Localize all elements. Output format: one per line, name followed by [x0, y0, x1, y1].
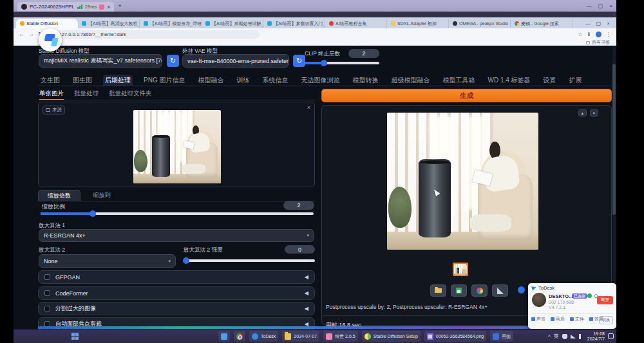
browser-maximize-button[interactable]: ▢ [596, 21, 601, 26]
tab-model-converter[interactable]: 模型转换 [350, 75, 380, 86]
accordion-split-oversize[interactable]: 分割过大的图像◀ [38, 302, 315, 315]
clip-skip-slider[interactable] [305, 62, 379, 64]
tab-extensions[interactable]: 扩展 [567, 75, 584, 86]
browser-tab[interactable]: 【AI绘画】高清放大教程_哔哩哔哩_bilibili [78, 19, 140, 28]
floating-toggle-button[interactable] [518, 286, 525, 293]
browser-minimize-button[interactable]: — [585, 21, 591, 26]
accordion-codeformer[interactable]: CodeFormer◀ [38, 286, 315, 300]
browser-tab[interactable]: 麦橘 - Google 搜索 [511, 19, 573, 28]
open-folder-button[interactable] [430, 284, 446, 297]
send-to-img2img-button[interactable] [471, 284, 488, 297]
tray-expand-button[interactable]: ^ [548, 333, 551, 339]
tab-img2img[interactable]: 图生图 [71, 75, 94, 86]
scrollbar-thumb[interactable] [612, 64, 616, 215]
browser-tab[interactable]: SDXL-Adapter 初探 [387, 19, 449, 28]
launcher-floating-logo[interactable] [39, 28, 62, 51]
browser-tab[interactable]: 【AI绘画】后期处理详解_哔哩哔哩_bilibili [202, 19, 263, 28]
gallery-thumbnail[interactable] [453, 263, 468, 276]
generate-button[interactable]: 生成 [321, 89, 612, 102]
subtab-batch-process[interactable]: 批量处理 [74, 89, 99, 100]
taskbar-png-file[interactable]: 00062-3663584564.png [424, 331, 486, 342]
checkbox[interactable] [44, 274, 50, 280]
browser-tab[interactable]: 【AI绘画】参数设置入门_哔哩哔哩_bilibili [263, 19, 325, 28]
browser-tab-stable-diffusion[interactable]: Stable Diffusion [16, 19, 78, 28]
task-view-button[interactable] [218, 331, 230, 342]
vae-dropdown[interactable]: vae-ft-mse-840000-ema-pruned.safetensors… [182, 54, 289, 68]
tab-model-toolkit[interactable]: 模型工具箱 [440, 75, 477, 86]
todesk-action-files[interactable]: 文件 [570, 316, 584, 322]
upscaler2-strength-slider[interactable] [184, 259, 315, 262]
upscaler1-dropdown[interactable]: R-ESRGAN 4x+▾ [39, 229, 314, 242]
notification-center-icon[interactable] [608, 333, 614, 339]
sd-model-dropdown[interactable]: majicMIX realistic 麦橘写实_v7.safetensors [… [39, 54, 162, 68]
todesk-action-sound[interactable]: 声音 [531, 316, 545, 322]
clip-skip-value[interactable]: 2 [348, 49, 379, 58]
taskbar-todesk[interactable]: ToDesk [249, 331, 278, 342]
forward-button[interactable]: → [28, 31, 34, 37]
refresh-sd-model-button[interactable]: ↻ [167, 55, 179, 67]
slider-thumb[interactable] [321, 60, 327, 66]
refresh-vae-button[interactable]: ↻ [293, 55, 305, 67]
url-field[interactable]: 127.0.0.1:7860/?__theme=dark [47, 30, 260, 39]
start-button[interactable] [71, 333, 79, 340]
remote-minimize-button[interactable]: — [587, 3, 592, 9]
clear-source-button[interactable]: × [307, 104, 310, 111]
accordion-gfpgan[interactable]: GFPGAN◀ [38, 270, 315, 284]
slider-thumb[interactable] [90, 210, 96, 217]
browser-tab[interactable]: AI绘画教程合集 [325, 19, 387, 28]
new-session-button[interactable]: + [118, 3, 121, 9]
security-icon[interactable] [562, 334, 567, 339]
todesk-switch-chip[interactable]: 切换 [599, 316, 613, 324]
resize-value[interactable]: 2 [283, 201, 314, 210]
taskbar-launcher[interactable]: 绘世 2.6.5 [323, 331, 358, 342]
subtab-single-image[interactable]: 单张图片 [39, 89, 64, 100]
scale-to-tab[interactable]: 缩放到 [86, 190, 118, 201]
tab-settings[interactable]: 设置 [542, 75, 558, 86]
bookmark-star-icon[interactable]: ☆ [578, 32, 582, 37]
record-icon[interactable] [99, 5, 104, 10]
upscaler2-dropdown[interactable]: None▾ [39, 254, 176, 268]
taskbar-chrome[interactable] [234, 331, 245, 342]
tab-checkpoint-merger[interactable]: 模型融合 [196, 75, 225, 86]
session-close-button[interactable]: × [107, 4, 110, 10]
network-icon[interactable] [571, 335, 576, 338]
checkbox[interactable] [44, 290, 50, 296]
disconnect-button[interactable]: 断开 [597, 296, 613, 304]
call-icon[interactable] [587, 293, 592, 298]
tab-super-merger[interactable]: 超级模型融合 [389, 75, 431, 86]
scale-by-tab[interactable]: 缩放倍数 [38, 190, 80, 201]
volume-icon[interactable] [579, 334, 584, 339]
browser-menu-icon[interactable]: ⋮ [606, 32, 611, 37]
taskbar-paint[interactable]: 画图 [490, 331, 513, 342]
upscaler2-strength-value[interactable]: 0 [285, 245, 315, 254]
taskbar-folder[interactable]: 2024-07-07 [282, 331, 319, 342]
clock[interactable]: 19:082024/7/7 [587, 331, 605, 342]
result-image[interactable] [387, 113, 538, 250]
browser-tab[interactable]: OMEGA - peakpx Studio [449, 19, 511, 28]
all-bookmarks-label[interactable]: 所有书签 [592, 39, 610, 46]
taskbar-sd-setup[interactable]: Stable Diffusion Setup [362, 331, 421, 342]
remote-maximize-button[interactable]: ▢ [598, 3, 603, 9]
tab-txt2img[interactable]: 文生图 [39, 75, 62, 86]
tab-infinite-browser[interactable]: 无边图像浏览 [299, 75, 341, 86]
gallery-expand-button[interactable]: ▴ [578, 109, 587, 116]
source-image-dropzone[interactable]: 来源 × [38, 102, 315, 187]
downloads-icon[interactable]: ⬇ [587, 32, 591, 37]
back-button[interactable]: ← [19, 31, 24, 37]
browser-tab[interactable]: 【AI绘画】模型推荐_哔哩哔哩_bilibili [140, 19, 202, 28]
tab-extras[interactable]: 后期处理 [103, 75, 133, 86]
save-image-button[interactable] [451, 284, 467, 297]
tab-train[interactable]: 训练 [234, 75, 251, 86]
ime-language-indicator[interactable]: 英 [554, 333, 559, 340]
send-to-extras-button[interactable] [492, 284, 508, 297]
resize-slider[interactable] [41, 212, 314, 215]
browser-close-button[interactable]: × [607, 21, 610, 26]
tab-wd14-tagger[interactable]: WD 1.4 标签器 [486, 75, 532, 86]
profile-avatar[interactable] [596, 32, 601, 37]
gallery-close-button[interactable]: × [590, 109, 598, 116]
tab-system-info[interactable]: 系统信息 [260, 75, 290, 86]
todesk-action-quality[interactable]: 画质 [551, 316, 565, 322]
checkbox[interactable] [44, 306, 50, 311]
remote-session-tab[interactable]: PC-20240625HFPL 28ms × [17, 2, 114, 12]
tab-png-info[interactable]: PNG 图片信息 [142, 75, 187, 86]
